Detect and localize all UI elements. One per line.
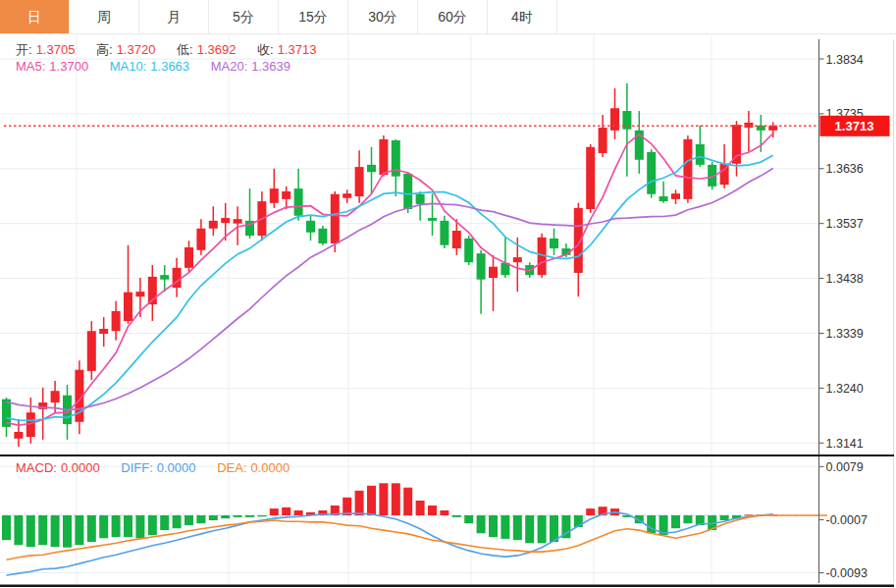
macd-bar [355, 491, 364, 515]
tab-week[interactable]: 周 [70, 0, 139, 33]
tab-day[interactable]: 日 [0, 0, 70, 33]
macd-bar [282, 508, 290, 515]
ma10-label: MA10: [110, 59, 147, 74]
macd-bar [720, 515, 729, 520]
candle-body [87, 331, 96, 371]
candle-body [452, 231, 461, 248]
macd-bar [428, 506, 437, 515]
candle-body [610, 108, 619, 131]
ma10-value: 1.3663 [150, 59, 189, 74]
macd-bar [75, 515, 83, 545]
macd-bar [270, 508, 279, 515]
candle-body [599, 128, 607, 153]
macd-bar [489, 515, 498, 537]
open-value: 1.3705 [36, 42, 76, 57]
axis-tick-label: 1.3339 [826, 327, 864, 341]
macd-bar [416, 501, 425, 515]
macd-bar [99, 515, 108, 538]
dea-label: DEA: [217, 460, 246, 475]
candle-body [270, 188, 279, 203]
candle-body [464, 239, 473, 262]
candle-body [477, 253, 486, 280]
macd-bar [184, 515, 193, 525]
ma5-value: 1.3700 [49, 59, 88, 74]
macd-bar [196, 515, 205, 523]
macd-bar [221, 515, 230, 518]
macd-value: 0.0000 [61, 460, 100, 475]
tab-60min[interactable]: 60分 [418, 0, 488, 33]
macd-bar [671, 515, 680, 528]
high-value: 1.3720 [117, 42, 156, 57]
macd-bar [63, 515, 72, 548]
open-label: 开: [16, 42, 32, 57]
candle-body [318, 229, 327, 243]
macd-bar [440, 510, 448, 515]
ma20-value: 1.3639 [251, 59, 290, 74]
axis-tick-label: 1.3438 [826, 272, 864, 286]
candle-body [294, 188, 303, 216]
tab-4hour[interactable]: 4时 [488, 0, 557, 33]
ma5-line [7, 134, 773, 425]
candle-body [440, 221, 448, 245]
candle-body [732, 125, 741, 164]
candle-body [671, 193, 680, 199]
candle-body [683, 139, 692, 199]
macd-bar [403, 488, 412, 515]
ma-legend: MA5:1.3700 MA10:1.3663 MA20:1.3639 [16, 59, 294, 74]
macd-bar [683, 515, 692, 523]
panel-divider [0, 454, 894, 456]
bottom-border [0, 585, 894, 588]
axis-tick-label: 0.0079 [826, 460, 864, 474]
diff-value: 0.0000 [157, 460, 196, 475]
candle-body [135, 292, 144, 296]
candle-body [367, 165, 376, 172]
axis-tick-label: 1.3834 [826, 53, 864, 67]
candle-body [209, 221, 218, 229]
macd-bar [14, 515, 23, 545]
candle-body [343, 193, 351, 198]
low-value: 1.3692 [197, 42, 237, 57]
macd-bar [148, 515, 157, 535]
macd-bar [647, 515, 656, 533]
macd-bar [525, 515, 534, 543]
candle-body [306, 221, 315, 233]
candle-body [416, 194, 425, 204]
macd-bar [2, 515, 11, 540]
axis-tick-label: 1.3240 [826, 382, 864, 396]
candle-body [574, 208, 583, 273]
candle-body [99, 329, 108, 334]
candle-body [355, 167, 364, 196]
tab-5min[interactable]: 5分 [209, 0, 279, 33]
macd-bar [257, 515, 266, 516]
chart-canvas[interactable]: 1.38341.37351.36361.35371.34381.33391.32… [0, 0, 896, 588]
macd-bar [173, 515, 182, 528]
macd-bar [160, 515, 169, 530]
close-label: 收: [257, 42, 274, 57]
macd-bar [209, 515, 218, 520]
dea-value: 0.0000 [251, 460, 290, 475]
diff-label: DIFF: [121, 460, 153, 475]
axis-tick-label: -0.0093 [826, 566, 868, 580]
candle-body [428, 218, 437, 221]
candle-body [586, 147, 595, 209]
tab-15min[interactable]: 15分 [279, 0, 348, 33]
ma20-label: MA20: [211, 59, 248, 74]
candle-body [513, 257, 522, 262]
candle-body [331, 194, 340, 243]
ohlc-legend: 开:1.3705 高:1.3720 低:1.3692 收:1.3713 [16, 41, 320, 59]
macd-bar [26, 515, 35, 547]
tab-month[interactable]: 月 [139, 0, 209, 33]
low-label: 低: [177, 42, 193, 57]
macd-bar [379, 483, 388, 515]
high-label: 高: [96, 42, 113, 57]
macd-bar [501, 515, 509, 539]
tab-30min[interactable]: 30分 [348, 0, 418, 33]
axis-tick-label: 1.3141 [826, 437, 864, 451]
candle-body [124, 293, 132, 321]
macd-bar [38, 515, 47, 545]
ma10-line [7, 155, 773, 420]
candle-body [160, 275, 169, 280]
macd-bar [538, 515, 547, 543]
macd-bar [464, 515, 473, 523]
candle-body [14, 432, 23, 439]
